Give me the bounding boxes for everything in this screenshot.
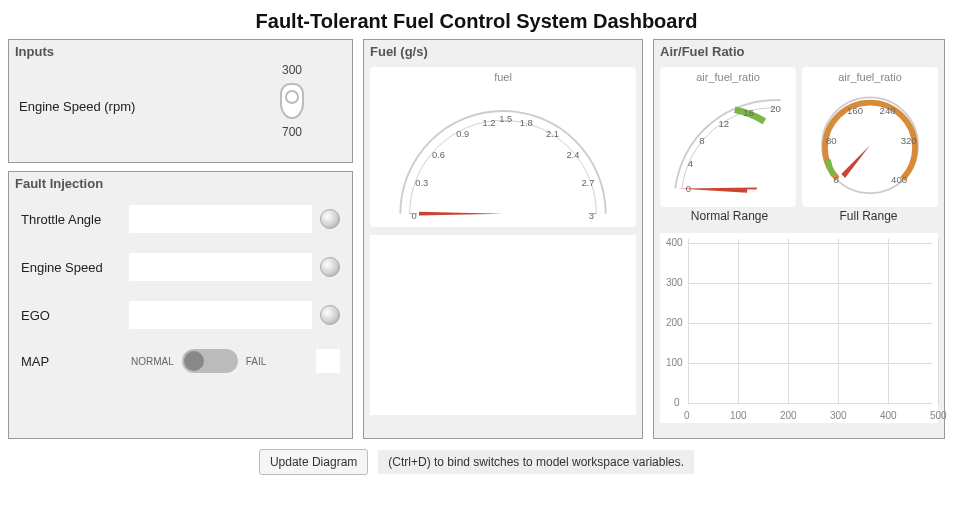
svg-text:2.1: 2.1 bbox=[546, 129, 559, 139]
x-tick: 100 bbox=[730, 410, 747, 421]
fuel-panel: Fuel (g/s) fuel 0 0.3 0.6 0.9 1.2 1.5 1. bbox=[363, 39, 643, 439]
svg-text:8: 8 bbox=[699, 135, 704, 146]
fault-label: Engine Speed bbox=[21, 260, 121, 275]
throttle-lamp-icon bbox=[320, 209, 340, 229]
svg-text:12: 12 bbox=[718, 118, 729, 129]
gauge-normal-range: air_fuel_ratio 0 4 8 12 16 20 bbox=[660, 67, 796, 207]
map-switch[interactable] bbox=[182, 349, 238, 373]
svg-text:0: 0 bbox=[412, 211, 417, 221]
svg-text:0.9: 0.9 bbox=[456, 129, 469, 139]
fuel-needle-icon bbox=[419, 212, 503, 216]
air-fuel-plot: 400 300 200 100 0 0 100 200 300 400 500 bbox=[660, 233, 938, 423]
slider-knob-icon[interactable] bbox=[280, 83, 304, 119]
inputs-body: Engine Speed (rpm) 300 700 bbox=[9, 63, 352, 147]
fuel-panel-title: Fuel (g/s) bbox=[364, 40, 642, 63]
fault-row-engine-speed: Engine Speed bbox=[9, 243, 352, 291]
x-tick: 500 bbox=[930, 410, 947, 421]
svg-text:3: 3 bbox=[589, 211, 594, 221]
map-lamp-placeholder bbox=[316, 349, 340, 373]
page-title: Fault-Tolerant Fuel Control System Dashb… bbox=[0, 0, 953, 39]
column-right: Air/Fuel Ratio air_fuel_ratio 0 4 8 12 1… bbox=[653, 39, 945, 439]
air-fuel-sublabels: Normal Range Full Range bbox=[654, 207, 944, 229]
svg-text:1.5: 1.5 bbox=[499, 114, 512, 124]
svg-text:160: 160 bbox=[847, 105, 863, 116]
svg-text:1.2: 1.2 bbox=[482, 118, 495, 128]
svg-text:0: 0 bbox=[834, 174, 839, 185]
main-layout: Inputs Engine Speed (rpm) 300 700 Fault … bbox=[0, 39, 953, 439]
svg-text:320: 320 bbox=[901, 135, 917, 146]
svg-text:20: 20 bbox=[770, 103, 781, 114]
y-tick: 100 bbox=[666, 357, 683, 368]
fuel-gauge-caption: fuel bbox=[370, 67, 636, 83]
normal-range-label: Normal Range bbox=[660, 209, 799, 223]
svg-text:0.6: 0.6 bbox=[432, 150, 445, 160]
throttle-angle-input[interactable] bbox=[129, 205, 312, 233]
engine-speed-input[interactable] bbox=[129, 253, 312, 281]
svg-text:400: 400 bbox=[891, 174, 907, 185]
inputs-panel-title: Inputs bbox=[9, 40, 352, 63]
y-tick: 400 bbox=[666, 237, 683, 248]
fuel-gauge-area: fuel 0 0.3 0.6 0.9 1.2 1.5 1.8 2.1 2.4 bbox=[364, 63, 642, 421]
fault-row-ego: EGO bbox=[9, 291, 352, 339]
map-switch-wrap: NORMAL FAIL bbox=[131, 349, 306, 373]
fault-row-map: MAP NORMAL FAIL bbox=[9, 339, 352, 387]
switch-label-right: FAIL bbox=[246, 356, 267, 367]
svg-text:240: 240 bbox=[880, 105, 896, 116]
fault-label: EGO bbox=[21, 308, 121, 323]
svg-text:1.8: 1.8 bbox=[520, 118, 533, 128]
slider-value-bottom: 700 bbox=[242, 125, 342, 139]
switch-label-left: NORMAL bbox=[131, 356, 174, 367]
fuel-gauge: fuel 0 0.3 0.6 0.9 1.2 1.5 1.8 2.1 2.4 bbox=[370, 67, 636, 227]
full-needle-icon bbox=[841, 145, 870, 178]
gauge-full-range: air_fuel_ratio 0 80 160 240 320 400 bbox=[802, 67, 938, 207]
svg-text:16: 16 bbox=[743, 107, 754, 118]
full-gauge-svg: 0 80 160 240 320 400 bbox=[802, 83, 938, 198]
svg-text:2.7: 2.7 bbox=[581, 178, 594, 188]
full-range-label: Full Range bbox=[799, 209, 938, 223]
engine-speed-slider[interactable]: 300 700 bbox=[242, 63, 342, 139]
footer-hint: (Ctrl+D) to bind switches to model works… bbox=[378, 450, 694, 474]
fault-label: Throttle Angle bbox=[21, 212, 121, 227]
footer: Update Diagram (Ctrl+D) to bind switches… bbox=[0, 439, 953, 475]
svg-text:0.3: 0.3 bbox=[415, 178, 428, 188]
x-tick: 300 bbox=[830, 410, 847, 421]
fuel-plot-placeholder bbox=[370, 235, 636, 415]
svg-text:80: 80 bbox=[826, 135, 837, 146]
svg-text:2.4: 2.4 bbox=[566, 150, 579, 160]
column-middle: Fuel (g/s) fuel 0 0.3 0.6 0.9 1.2 1.5 1. bbox=[363, 39, 643, 439]
ego-lamp-icon bbox=[320, 305, 340, 325]
switch-thumb-icon bbox=[184, 351, 204, 371]
fault-label: MAP bbox=[21, 354, 121, 369]
gauge-caption: air_fuel_ratio bbox=[660, 67, 796, 83]
fault-panel-title: Fault Injection bbox=[9, 172, 352, 195]
ego-input[interactable] bbox=[129, 301, 312, 329]
y-tick: 200 bbox=[666, 317, 683, 328]
air-fuel-gauges: air_fuel_ratio 0 4 8 12 16 20 bbox=[654, 63, 944, 207]
air-fuel-panel-title: Air/Fuel Ratio bbox=[654, 40, 944, 63]
column-left: Inputs Engine Speed (rpm) 300 700 Fault … bbox=[8, 39, 353, 439]
normal-gauge-svg: 0 4 8 12 16 20 bbox=[660, 83, 796, 198]
x-tick: 200 bbox=[780, 410, 797, 421]
gauge-caption: air_fuel_ratio bbox=[802, 67, 938, 83]
y-tick: 300 bbox=[666, 277, 683, 288]
fault-injection-panel: Fault Injection Throttle Angle Engine Sp… bbox=[8, 171, 353, 439]
slider-value-top: 300 bbox=[242, 63, 342, 77]
x-tick: 0 bbox=[684, 410, 690, 421]
fuel-gauge-svg: 0 0.3 0.6 0.9 1.2 1.5 1.8 2.1 2.4 2.7 3 bbox=[370, 83, 636, 223]
engine-speed-label: Engine Speed (rpm) bbox=[19, 63, 242, 139]
x-tick: 400 bbox=[880, 410, 897, 421]
svg-text:4: 4 bbox=[688, 158, 694, 169]
engine-speed-lamp-icon bbox=[320, 257, 340, 277]
inputs-panel: Inputs Engine Speed (rpm) 300 700 bbox=[8, 39, 353, 163]
y-tick: 0 bbox=[674, 397, 680, 408]
air-fuel-panel: Air/Fuel Ratio air_fuel_ratio 0 4 8 12 1… bbox=[653, 39, 945, 439]
fault-row-throttle: Throttle Angle bbox=[9, 195, 352, 243]
update-diagram-button[interactable]: Update Diagram bbox=[259, 449, 368, 475]
